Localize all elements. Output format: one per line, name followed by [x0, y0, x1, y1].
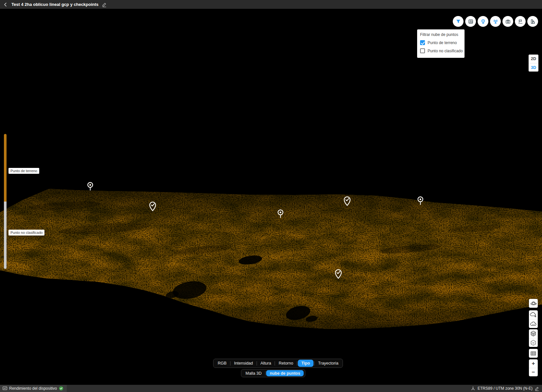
performance-ok-icon	[59, 386, 63, 391]
cloud-points-icon	[530, 320, 537, 328]
crs-label: ETRS89 / UTM zone 30N (N-E)	[478, 386, 533, 391]
legend-terrain-label: Punto de terreno	[8, 168, 39, 174]
legend-terrain-segment	[4, 134, 7, 202]
profile-blocks-icon	[530, 19, 535, 24]
cloud-add-icon	[530, 311, 537, 318]
toggle-2d-button[interactable]: 2D	[529, 55, 538, 63]
render-mode-altura[interactable]: Altura	[257, 359, 275, 368]
grid-icon	[530, 350, 537, 357]
terrain-checkbox[interactable]	[420, 40, 425, 45]
gcp-pin-icon	[481, 19, 486, 24]
point-cloud-tool-group	[529, 310, 538, 328]
grid-tool-group	[529, 349, 538, 358]
layer-mode-switcher: Malla 3D nube de puntos	[241, 369, 305, 377]
render-mode-trayectoria[interactable]: Trayectoria	[314, 359, 342, 368]
map-marker[interactable]	[343, 196, 351, 206]
app-screen: Test 4 2ha oblicuo lineal gcp y checkpoi…	[0, 0, 542, 392]
grid-view-button[interactable]	[529, 349, 538, 358]
device-performance-chip[interactable]: Rendimiento del dispositivo	[0, 385, 67, 392]
render-mode-tipo[interactable]: Tipo	[298, 360, 313, 367]
mesh-tool-group	[529, 329, 538, 347]
render-mode-intensidad[interactable]: Intensidad	[230, 359, 257, 368]
camera-positions-button[interactable]	[502, 16, 513, 27]
top-bar: Test 4 2ha oblicuo lineal gcp y checkpoi…	[0, 0, 542, 9]
orbit-tool-group	[529, 299, 538, 308]
divider	[297, 361, 297, 366]
status-bar: Rendimiento del dispositivo ETRS89 / UTM…	[0, 385, 542, 392]
flag-icon	[518, 19, 523, 24]
render-mode-retorno[interactable]: Retorno	[275, 359, 296, 368]
wireframe-cube-button[interactable]	[529, 338, 538, 347]
unclassified-checkbox[interactable]	[420, 48, 425, 53]
histogram-button[interactable]	[465, 16, 476, 27]
crs-axis-icon	[470, 386, 476, 391]
terrain-point-cloud-viewport[interactable]	[0, 0, 542, 392]
pencil-icon	[102, 2, 107, 7]
orbit-view-button[interactable]	[529, 299, 538, 308]
signal-button[interactable]	[490, 16, 501, 27]
back-button[interactable]	[3, 2, 8, 7]
antenna-icon	[493, 19, 498, 24]
zoom-out-button[interactable]: −	[529, 368, 538, 376]
profile-button[interactable]	[527, 16, 538, 27]
view-dimension-toggle: 2D 3D	[529, 55, 538, 72]
viewer-toolbar	[453, 16, 538, 27]
render-mode-rgb[interactable]: RGB	[214, 359, 230, 368]
histogram-icon	[468, 19, 473, 24]
map-marker[interactable]	[86, 182, 94, 193]
zoom-controls: + −	[529, 359, 538, 376]
filter-point-cloud-button[interactable]	[453, 16, 464, 27]
edit-crs-pencil-icon	[534, 386, 539, 391]
classification-legend-bar	[4, 134, 7, 269]
toggle-3d-button[interactable]: 3D	[529, 63, 538, 72]
chevron-left-icon	[3, 2, 8, 7]
camera-icon	[505, 19, 511, 24]
map-marker[interactable]	[334, 269, 343, 279]
device-performance-label: Rendimiento del dispositivo	[9, 386, 57, 391]
unclassified-checkbox-label: Punto no clasificado	[428, 49, 463, 53]
map-marker[interactable]	[276, 209, 285, 220]
terrain-checkbox-label: Punto de terreno	[428, 41, 457, 45]
filter-option-terrain[interactable]: Punto de terreno	[420, 40, 462, 45]
gcp-markers-button[interactable]	[478, 16, 488, 27]
cube-wireframe-icon	[530, 339, 537, 347]
render-mode-switcher: RGB Intensidad Altura Retorno Tipo Traye…	[213, 359, 343, 368]
flight-path-button[interactable]	[515, 16, 526, 27]
project-title: Test 4 2ha oblicuo lineal gcp y checkpoi…	[11, 2, 98, 7]
crs-selector[interactable]: ETRS89 / UTM zone 30N (N-E)	[468, 386, 542, 391]
orbit-icon	[530, 300, 537, 307]
legend-unclassified-segment	[4, 202, 7, 269]
performance-icon	[3, 386, 7, 390]
edit-title-button[interactable]	[102, 2, 107, 7]
funnel-icon	[456, 19, 461, 24]
layer-mode-malla3d[interactable]: Malla 3D	[242, 369, 265, 377]
zoom-in-button[interactable]: +	[529, 359, 538, 368]
filter-panel-title: Filtrar nube de puntos	[420, 32, 462, 37]
point-cloud-button[interactable]	[529, 319, 538, 328]
solid-cube-button[interactable]	[529, 329, 538, 338]
divider	[265, 371, 265, 375]
legend-unclassified-label: Punto no clasificado	[8, 230, 44, 236]
cube-solid-icon	[530, 330, 537, 337]
filter-option-unclassified[interactable]: Punto no clasificado	[420, 48, 462, 53]
classify-cloud-button[interactable]	[529, 310, 538, 319]
map-marker[interactable]	[148, 201, 157, 211]
filter-point-cloud-panel: Filtrar nube de puntos Punto de terreno …	[417, 29, 465, 58]
map-marker[interactable]	[416, 196, 425, 207]
layer-mode-nube-de-puntos[interactable]: nube de puntos	[266, 370, 304, 376]
